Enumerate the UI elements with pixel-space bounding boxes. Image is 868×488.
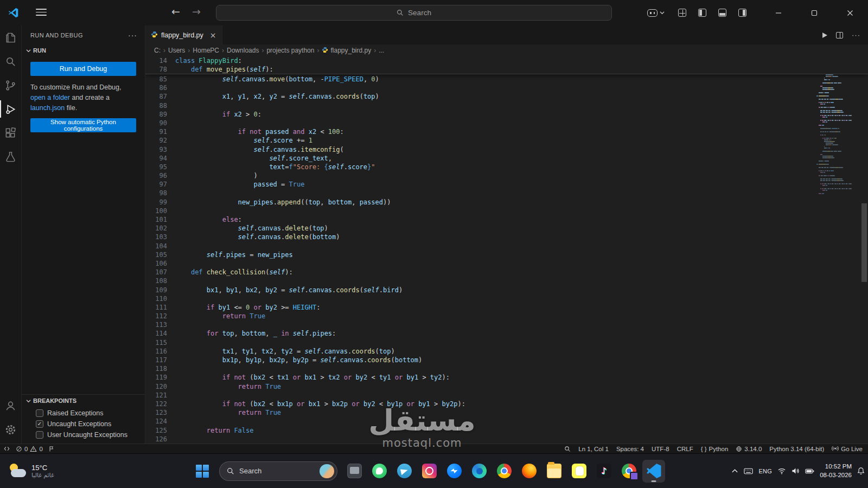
code-line[interactable]: 97 passed = True [145,180,868,189]
code-line[interactable]: 98 [145,189,868,197]
taskbar-app-snapchat[interactable] [567,460,590,483]
run-section-header[interactable]: RUN [22,44,145,56]
code-line[interactable]: 126 [145,435,868,444]
code-line[interactable]: 111 if by1 <= 0 or by2 >= HEIGHT: [145,303,868,312]
breadcrumb-item[interactable]: ... [379,47,384,54]
breadcrumb-item[interactable]: Downloads [227,47,259,54]
minimap[interactable] [815,56,859,196]
code-line[interactable]: 90 [145,119,868,127]
python-version[interactable]: 3.14.0 [736,446,762,452]
search-sidebar-icon[interactable] [0,49,22,73]
source-control-icon[interactable] [0,73,22,97]
code-line[interactable]: 95 text=f"Score: {self.score}" [145,163,868,171]
remote-indicator[interactable] [3,445,10,452]
settings-gear-icon[interactable] [0,418,22,441]
breadcrumb-item[interactable]: HomePC [193,47,219,54]
code-line[interactable]: 110 [145,294,868,303]
code-line[interactable]: 106 [145,259,868,268]
code-line[interactable]: 116 tx1, ty1, tx2, ty2 = self.canvas.coo… [145,347,868,356]
menu-icon[interactable] [36,9,47,16]
sidebar-more-actions[interactable]: ··· [128,31,137,40]
code-line[interactable]: 114 for top, bottom, _ in self.pipes: [145,329,868,338]
breakpoint-row[interactable]: ✓Uncaught Exceptions [22,419,145,429]
code-line[interactable]: 113 [145,320,868,329]
copilot-button[interactable] [647,9,665,17]
battery-icon[interactable] [805,468,814,474]
code-line[interactable]: 107 def check_collision(self): [145,268,868,277]
code-line[interactable]: 124 [145,417,868,426]
taskbar-app-edge[interactable] [468,460,490,483]
account-icon[interactable] [0,394,22,418]
go-live-button[interactable]: Go Live [832,446,863,452]
breadcrumb-item[interactable]: projects paython [266,47,314,54]
taskbar-app-whatsapp[interactable] [368,460,391,483]
touch-keyboard-icon[interactable] [744,468,753,474]
code-line[interactable]: 91 if not passed and x2 < 100: [145,127,868,136]
wifi-icon[interactable] [777,467,786,474]
sidebar-link[interactable]: open a folder [30,94,70,101]
breakpoints-header[interactable]: BREAKPOINTS [22,395,145,407]
show-python-configurations-button[interactable]: Show automatic Python configurations [30,118,136,132]
input-language[interactable]: ENG [758,468,772,474]
taskbar-app-instagram[interactable] [418,460,441,483]
code-line[interactable]: 94 self.score_text, [145,154,868,163]
taskbar-app-chrome[interactable] [493,460,515,483]
toggle-panel-button[interactable] [718,9,726,17]
code-line[interactable]: 100 [145,207,868,215]
code-line[interactable]: 104 [145,242,868,251]
eol-indicator[interactable]: CRLF [677,446,693,452]
notification-bell-icon[interactable] [857,467,865,475]
tab-flappy-bird[interactable]: flappy_bird.py × [145,25,222,44]
code-line[interactable]: 112 return True [145,312,868,320]
code-line[interactable]: 103 self.canvas.delete(bottom) [145,233,868,241]
breadcrumb-item[interactable]: flappy_bird.py [322,47,371,55]
taskbar-app-firefox[interactable] [518,460,540,483]
breakpoint-checkbox[interactable] [36,409,43,417]
testing-icon[interactable] [0,145,22,169]
code-line[interactable]: 118 [145,364,868,373]
close-button[interactable] [832,0,868,25]
start-button[interactable] [191,460,214,483]
code-line[interactable]: 93 self.canvas.itemconfig( [145,145,868,154]
taskbar-search[interactable]: Search [219,461,337,481]
code-line[interactable]: 78 def move_pipes(self): [145,65,868,74]
command-center-search[interactable]: Search [216,5,612,21]
run-python-file-icon[interactable] [822,33,827,38]
problems-indicator[interactable]: 0 0 [16,446,43,452]
code-line[interactable]: 86 [145,84,868,92]
code-line[interactable]: 117 bx1p, by1p, bx2p, by2p = self.canvas… [145,356,868,364]
taskbar-app-chrome-profile[interactable] [617,460,640,483]
clock-widget[interactable]: 10:52 PM 08-03-2026 [820,463,852,479]
maximize-button[interactable] [796,0,832,25]
go-forward-icon[interactable]: → [192,5,201,17]
code-line[interactable]: 101 else: [145,215,868,224]
toggle-secondary-sidebar-button[interactable] [738,9,746,17]
weather-widget[interactable]: 15°C غائم غالبا [4,454,59,488]
code-line[interactable]: 87 x1, y1, x2, y2 = self.canvas.coords(t… [145,92,868,101]
breakpoint-row[interactable]: User Uncaught Exceptions [22,429,145,440]
code-line[interactable]: 89 if x2 > 0: [145,110,868,119]
code-line[interactable]: 14class FlappyBird: [145,56,868,65]
taskbar-app-messenger[interactable] [443,460,465,483]
code-line[interactable]: 115 [145,338,868,347]
extensions-icon[interactable] [0,121,22,145]
code-line[interactable]: 120 return True [145,382,868,391]
code-line[interactable]: 123 return True [145,408,868,417]
editor-scrollbar[interactable] [861,203,867,282]
editor-more-actions[interactable]: ··· [852,31,860,39]
toggle-primary-sidebar-button[interactable] [698,9,706,17]
code-line[interactable]: 122 if not (bx2 < bx1p or bx1 > bx2p or … [145,400,868,408]
code-line[interactable]: 109 bx1, by1, bx2, by2 = self.canvas.coo… [145,286,868,294]
volume-icon[interactable] [792,467,800,474]
customize-layout-button[interactable] [678,9,686,17]
tab-close-icon[interactable]: × [210,31,216,40]
taskbar-app-file-explorer[interactable] [542,460,565,483]
language-mode[interactable]: { }Python [701,446,729,452]
code-line[interactable]: 88 [145,101,868,110]
taskbar-app-task-view[interactable] [343,460,366,483]
breadcrumb-item[interactable]: Users [168,47,185,54]
code-line[interactable]: 105 self.pipes = new_pipes [145,251,868,259]
code-line[interactable]: 92 self.score += 1 [145,136,868,145]
run-and-debug-icon[interactable] [0,97,22,121]
code-line[interactable]: 108 [145,277,868,285]
